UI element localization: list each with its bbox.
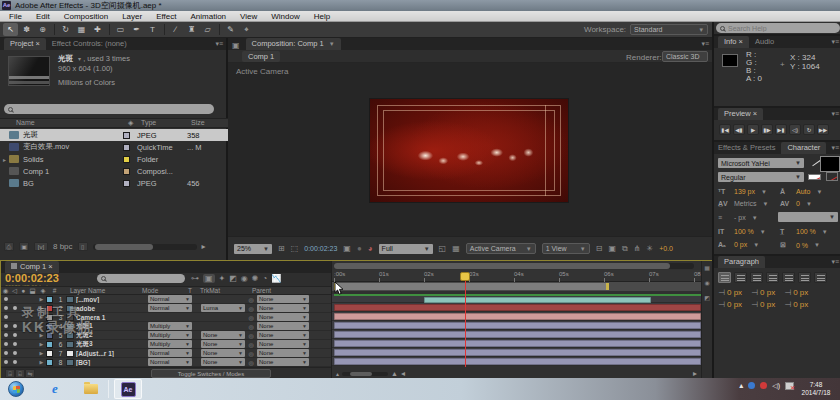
comp-current-time[interactable]: 0:00:02:23 <box>304 245 337 252</box>
layer-color-swatch[interactable] <box>46 359 53 366</box>
layer-name[interactable]: [...mov] <box>76 296 148 303</box>
expand-transfer-controls-icon[interactable]: ⍇ <box>15 369 25 378</box>
layer-name[interactable]: [Adjust...r 1] <box>76 350 148 357</box>
timeline-layer-row[interactable]: ▶2adobeNormal▼Luma▼◎None▼ <box>1 304 331 313</box>
label-color-swatch[interactable] <box>123 132 130 139</box>
panel-menu-icon[interactable]: ▾≡ <box>831 258 839 266</box>
comp-marker-icon[interactable]: ▦ <box>704 264 710 271</box>
layer-parent-dropdown[interactable]: None▼ <box>257 340 309 348</box>
resolution-dropdown[interactable]: Full▼ <box>379 244 433 254</box>
horizontal-scale-control[interactable]: T̲ 100 %▼ <box>780 228 828 235</box>
line-tool[interactable]: ∕ <box>168 23 183 36</box>
layer-color-swatch[interactable] <box>46 341 53 348</box>
layer-color-swatch[interactable] <box>46 314 53 321</box>
panel-menu-icon[interactable]: ▾≡ <box>831 38 839 46</box>
layer-name[interactable]: adobe <box>76 305 148 312</box>
layer-mode-dropdown[interactable]: Multiply▼ <box>148 322 192 330</box>
layer-duration-bar[interactable] <box>334 358 701 365</box>
layer-name[interactable]: Camera 1 <box>76 314 148 321</box>
view-layout-dropdown[interactable]: 1 View▼ <box>542 243 590 254</box>
interpret-footage-icon[interactable]: ⎙ <box>4 242 14 251</box>
project-column-headers[interactable]: Name ◈ Type Size <box>0 118 228 128</box>
parent-pickwhip-icon[interactable]: ◎ <box>245 323 257 330</box>
brainstorm-icon[interactable]: ✺ <box>252 274 259 283</box>
internet-explorer-icon[interactable]: e <box>44 381 66 397</box>
layer-color-swatch[interactable] <box>46 350 53 357</box>
scroll-left-icon[interactable]: ◂ <box>401 369 405 378</box>
layer-color-swatch[interactable] <box>46 323 53 330</box>
timeline-layer-row[interactable]: ▶7[Adjust...r 1]Normal▼None▼◎None▼ <box>1 349 331 358</box>
menu-window[interactable]: Window <box>264 11 306 22</box>
new-comp-icon[interactable]: [v] <box>34 242 48 251</box>
timeline-layer-row[interactable]: ▶1[...mov]Normal▼◎None▼ <box>1 295 331 304</box>
transparency-grid-icon[interactable]: ▦ <box>452 244 460 253</box>
motion-blur-icon[interactable]: ◉ <box>241 274 248 283</box>
layer-duration-bar[interactable] <box>334 349 701 356</box>
layer-audio-toggle[interactable] <box>10 333 19 337</box>
layer-color-swatch[interactable] <box>46 305 53 312</box>
indent-field[interactable]: ⊣0 px <box>784 300 808 309</box>
layer-visibility-toggle[interactable] <box>1 315 10 319</box>
work-area-track[interactable] <box>332 282 701 291</box>
work-area-start-handle[interactable] <box>334 283 337 290</box>
comp-viewer[interactable]: Active Camera <box>228 63 712 236</box>
layer-parent-dropdown[interactable]: None▼ <box>257 304 309 312</box>
current-time-display[interactable]: 0:00:02:23 <box>5 272 59 284</box>
layer-parent-dropdown[interactable]: None▼ <box>257 313 309 321</box>
layer-visibility-toggle[interactable] <box>1 333 10 337</box>
start-button[interactable] <box>8 381 24 397</box>
show-snapshot-icon[interactable]: ● <box>357 244 362 253</box>
play-button[interactable]: ▶ <box>747 124 759 135</box>
eyedropper-icon[interactable] <box>808 157 818 169</box>
grid-guides-icon[interactable]: ⊞ <box>278 244 285 253</box>
tsume-control[interactable]: ⊠ 0 %▼ <box>780 241 820 249</box>
zoom-slider[interactable] <box>342 372 388 376</box>
new-folder-icon[interactable]: ▣ <box>19 242 29 251</box>
layer-duration-bar[interactable] <box>334 322 701 329</box>
loop-button[interactable]: ↻ <box>803 124 815 135</box>
tab-character[interactable]: Character <box>781 142 826 154</box>
timeline-layer-row[interactable]: ▶4光斑1Multiply▼◎None▼ <box>1 322 331 331</box>
font-style-dropdown[interactable]: Regular▼ <box>718 172 804 182</box>
tab-project[interactable]: Project × <box>4 38 46 50</box>
layer-visibility-toggle[interactable] <box>1 342 10 346</box>
layer-name[interactable]: 光斑2 <box>76 331 148 340</box>
parent-pickwhip-icon[interactable]: ◎ <box>245 332 257 339</box>
frame-blend-icon[interactable]: ◩ <box>229 274 237 283</box>
project-item-row[interactable]: ▸SolidsFolder <box>0 153 228 165</box>
indent-field[interactable]: ⊣0 px <box>751 300 775 309</box>
timeline-nav-bar[interactable] <box>334 263 694 269</box>
scroll-right-icon[interactable]: ▸ <box>693 369 697 378</box>
fast-preview-icon[interactable]: ▣ <box>608 244 616 253</box>
layer-visibility-toggle[interactable] <box>1 306 10 310</box>
parent-pickwhip-icon[interactable]: ◎ <box>245 305 257 312</box>
parent-pickwhip-icon[interactable]: ◎ <box>245 296 257 303</box>
menu-animation[interactable]: Animation <box>183 11 233 22</box>
tab-composition[interactable]: Composition: Comp 1 ▼ <box>246 38 341 50</box>
label-color-swatch[interactable] <box>123 144 130 151</box>
parent-pickwhip-icon[interactable]: ◎ <box>245 359 257 366</box>
project-item-row[interactable]: BGJPEG456 <box>0 177 228 189</box>
draft3d-icon[interactable]: ▣ <box>203 274 215 283</box>
next-frame-button[interactable]: ▮▶ <box>761 124 773 135</box>
tab-preview[interactable]: Preview × <box>718 108 763 120</box>
layer-parent-dropdown[interactable]: None▼ <box>257 358 309 366</box>
layer-audio-toggle[interactable] <box>10 360 19 364</box>
menu-effect[interactable]: Effect <box>149 11 183 22</box>
leading-control[interactable]: Ā Auto▼ <box>780 188 822 195</box>
flowchart-icon[interactable]: ⋔ <box>634 244 641 253</box>
work-area-bar[interactable] <box>334 283 609 290</box>
timeline-layer-row[interactable]: ▶6光斑3Multiply▼None▼◎None▼ <box>1 340 331 349</box>
camera-tool[interactable]: ▦ <box>74 23 89 36</box>
layer-trkmat-dropdown[interactable]: None▼ <box>201 358 245 366</box>
layer-duration-bar[interactable] <box>334 313 701 320</box>
layer-expander-icon[interactable]: ▶ <box>37 323 46 329</box>
layer-name[interactable]: 光斑3 <box>76 340 148 349</box>
magnification-dropdown[interactable]: 25%▼ <box>234 244 272 254</box>
renderer-button[interactable]: Classic 3D <box>662 51 708 62</box>
layer-duration-bar[interactable] <box>334 304 701 311</box>
channel-icon[interactable]: ◕ <box>368 244 373 253</box>
tracking-control[interactable]: AV 0▼ <box>780 200 812 207</box>
pen-tool[interactable]: ✒ <box>129 23 144 36</box>
layer-duration-bar[interactable] <box>424 297 651 303</box>
